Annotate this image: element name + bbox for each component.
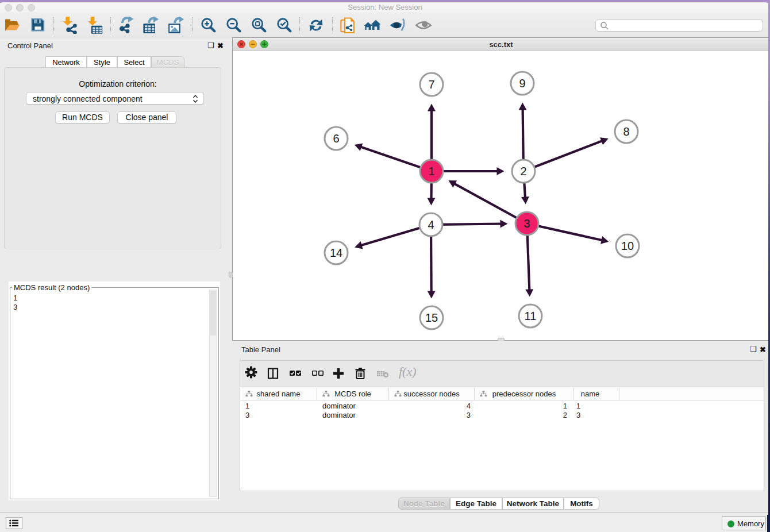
svg-text:15: 15 [425, 311, 438, 324]
svg-text:10: 10 [621, 240, 634, 252]
svg-text:11: 11 [525, 310, 537, 322]
svg-text:4: 4 [428, 218, 434, 231]
svg-text:8: 8 [623, 125, 629, 138]
svg-text:9: 9 [519, 77, 525, 90]
svg-text:1: 1 [428, 165, 434, 178]
svg-text:2: 2 [520, 165, 526, 178]
svg-text:7: 7 [428, 78, 434, 91]
svg-text:6: 6 [333, 132, 339, 145]
svg-text:3: 3 [523, 217, 530, 230]
svg-text:14: 14 [330, 246, 342, 259]
